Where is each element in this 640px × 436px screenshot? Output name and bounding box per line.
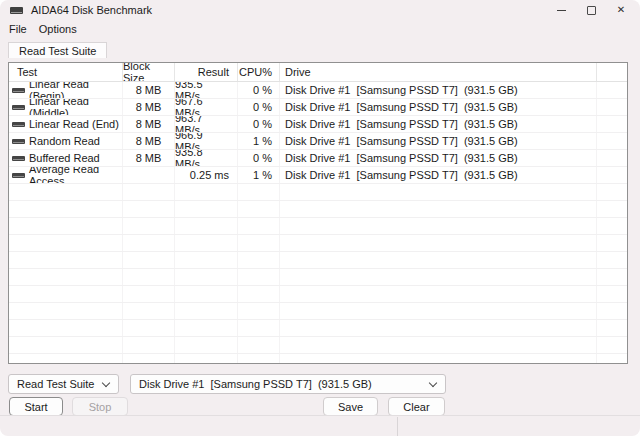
column-header-result[interactable]: Result (175, 63, 238, 81)
tab-read-test-suite[interactable]: Read Test Suite (8, 42, 107, 58)
drive-select[interactable]: Disk Drive #1 [Samsung PSSD T7] (931.5 G… (130, 374, 446, 394)
menu-options[interactable]: Options (33, 22, 83, 36)
cell-test: Linear Read (Middle) (9, 99, 123, 115)
table-body: Linear Read (Begin)8 MB935.5 MB/s0 %Disk… (9, 82, 627, 364)
table-empty-row (9, 320, 627, 337)
table-empty-row (9, 201, 627, 218)
suite-select-value: Read Test Suite (17, 378, 94, 390)
test-name: Random Read (29, 135, 100, 147)
cell-cpu: 1 % (238, 133, 280, 149)
cell-filler (597, 116, 627, 132)
cell-filler (597, 99, 627, 115)
table-row[interactable]: Linear Read (End)8 MB963.7 MB/s0 %Disk D… (9, 116, 627, 133)
disk-drive-icon (12, 173, 25, 178)
cell-test: Average Read Access (9, 167, 123, 183)
cell-result: 963.7 MB/s (175, 116, 238, 132)
cell-cpu: 1 % (238, 167, 280, 183)
drive-select-value: Disk Drive #1 [Samsung PSSD T7] (931.5 G… (139, 378, 372, 390)
table-row[interactable]: Buffered Read8 MB935.8 MB/s0 %Disk Drive… (9, 150, 627, 167)
cell-block_size: 8 MB (123, 82, 175, 98)
maximize-button[interactable] (576, 0, 606, 20)
cell-drive: Disk Drive #1 [Samsung PSSD T7] (931.5 G… (280, 167, 597, 183)
status-bar (0, 415, 640, 436)
save-button[interactable]: Save (323, 397, 378, 416)
clear-button[interactable]: Clear (388, 397, 445, 416)
cell-filler (597, 167, 627, 183)
close-icon: ✕ (617, 5, 625, 15)
test-name: Linear Read (Begin) (29, 82, 122, 98)
table-header: Test Block Size Result CPU% Drive (9, 63, 627, 82)
menu-bar: File Options (0, 20, 640, 37)
table-empty-row (9, 269, 627, 286)
cell-result: 935.5 MB/s (175, 82, 238, 98)
cell-test: Linear Read (End) (9, 116, 123, 132)
results-table: Test Block Size Result CPU% Drive Linear… (8, 62, 628, 364)
cell-drive: Disk Drive #1 [Samsung PSSD T7] (931.5 G… (280, 99, 597, 115)
menu-file[interactable]: File (3, 22, 33, 36)
table-empty-row (9, 235, 627, 252)
stop-button[interactable]: Stop (72, 397, 128, 416)
disk-drive-icon (12, 105, 25, 110)
minimize-button[interactable] (546, 0, 576, 20)
column-header-drive[interactable]: Drive (280, 63, 597, 81)
cell-test: Linear Read (Begin) (9, 82, 123, 98)
chevron-down-icon (102, 379, 110, 387)
table-empty-row (9, 252, 627, 269)
app-window: AIDA64 Disk Benchmark ✕ File Options Rea… (0, 0, 640, 436)
close-button[interactable]: ✕ (606, 0, 636, 20)
app-disk-icon (10, 7, 23, 14)
cell-block_size: 8 MB (123, 99, 175, 115)
cell-filler (597, 133, 627, 149)
cell-block_size (123, 167, 175, 183)
cell-block_size: 8 MB (123, 133, 175, 149)
disk-drive-icon (12, 156, 25, 161)
column-header-test[interactable]: Test (9, 63, 123, 81)
title-bar: AIDA64 Disk Benchmark ✕ (0, 0, 640, 20)
test-name: Linear Read (Middle) (29, 99, 122, 115)
test-name: Buffered Read (29, 152, 100, 164)
column-header-filler (597, 63, 627, 81)
column-header-cpu[interactable]: CPU% (238, 63, 280, 81)
table-row[interactable]: Linear Read (Begin)8 MB935.5 MB/s0 %Disk… (9, 82, 627, 99)
cell-drive: Disk Drive #1 [Samsung PSSD T7] (931.5 G… (280, 133, 597, 149)
cell-drive: Disk Drive #1 [Samsung PSSD T7] (931.5 G… (280, 150, 597, 166)
disk-drive-icon (12, 88, 25, 93)
table-empty-row (9, 218, 627, 235)
cell-block_size: 8 MB (123, 116, 175, 132)
status-bar-divider (397, 417, 398, 436)
cell-cpu: 0 % (238, 99, 280, 115)
cell-filler (597, 150, 627, 166)
cell-cpu: 0 % (238, 150, 280, 166)
table-row[interactable]: Average Read Access0.25 ms1 %Disk Drive … (9, 167, 627, 184)
cell-test: Random Read (9, 133, 123, 149)
window-title: AIDA64 Disk Benchmark (31, 4, 152, 16)
cell-drive: Disk Drive #1 [Samsung PSSD T7] (931.5 G… (280, 82, 597, 98)
cell-result: 966.9 MB/s (175, 133, 238, 149)
table-empty-row (9, 337, 627, 354)
start-button[interactable]: Start (9, 397, 63, 416)
cell-cpu: 0 % (238, 116, 280, 132)
table-empty-row (9, 286, 627, 303)
minimize-icon (557, 10, 566, 11)
disk-drive-icon (12, 139, 25, 144)
chevron-down-icon (429, 379, 437, 387)
table-row[interactable]: Random Read8 MB966.9 MB/s1 %Disk Drive #… (9, 133, 627, 150)
cell-test: Buffered Read (9, 150, 123, 166)
table-empty-row (9, 354, 627, 364)
cell-filler (597, 82, 627, 98)
cell-result: 967.6 MB/s (175, 99, 238, 115)
cell-result: 0.25 ms (175, 167, 238, 183)
suite-select[interactable]: Read Test Suite (8, 374, 119, 394)
test-name: Linear Read (End) (29, 118, 119, 130)
cell-drive: Disk Drive #1 [Samsung PSSD T7] (931.5 G… (280, 116, 597, 132)
table-empty-row (9, 303, 627, 320)
cell-block_size: 8 MB (123, 150, 175, 166)
column-header-block-size[interactable]: Block Size (123, 63, 175, 81)
tab-strip: Read Test Suite (8, 42, 632, 58)
cell-cpu: 0 % (238, 82, 280, 98)
table-row[interactable]: Linear Read (Middle)8 MB967.6 MB/s0 %Dis… (9, 99, 627, 116)
cell-result: 935.8 MB/s (175, 150, 238, 166)
maximize-icon (587, 6, 596, 15)
table-empty-row (9, 184, 627, 201)
caption-buttons: ✕ (546, 0, 636, 20)
